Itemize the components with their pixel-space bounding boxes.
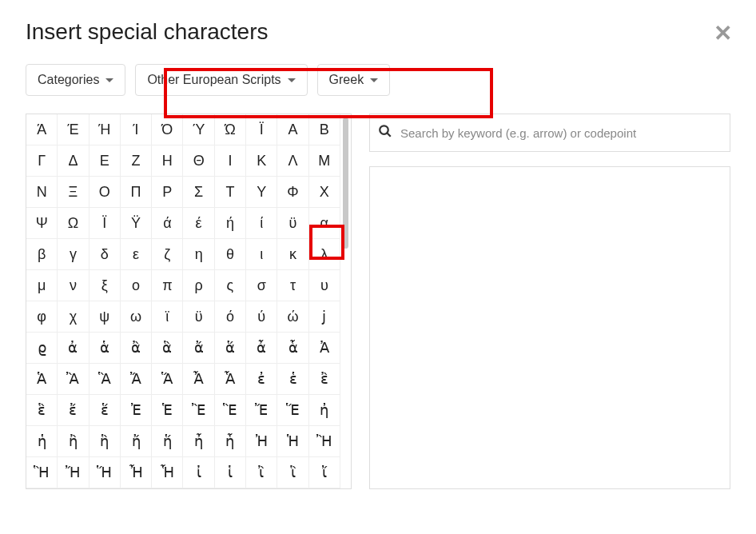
character-cell[interactable]: Γ	[26, 145, 58, 177]
character-cell[interactable]: θ	[215, 239, 246, 270]
character-cell[interactable]: ψ	[90, 301, 121, 333]
character-cell[interactable]: Ἧ	[152, 457, 183, 488]
character-cell[interactable]: ς	[215, 270, 246, 301]
character-cell[interactable]: Ἇ	[215, 364, 246, 395]
character-cell[interactable]: ἠ	[309, 395, 340, 426]
character-cell[interactable]: ἢ	[58, 426, 89, 457]
subset-dropdown[interactable]: Greek	[317, 64, 391, 96]
character-cell[interactable]: ξ	[90, 270, 121, 301]
character-cell[interactable]: ι	[246, 239, 277, 270]
character-cell[interactable]: ω	[121, 301, 152, 333]
character-cell[interactable]: Ἑ	[152, 395, 183, 426]
character-cell[interactable]: Ώ	[215, 114, 246, 145]
character-cell[interactable]: Α	[277, 114, 308, 145]
character-cell[interactable]: ἅ	[215, 333, 246, 364]
character-cell[interactable]: Ἦ	[121, 457, 152, 488]
character-cell[interactable]: ϳ	[309, 301, 340, 333]
character-cell[interactable]: Ἕ	[277, 395, 308, 426]
character-cell[interactable]: Ἁ	[26, 364, 58, 395]
character-cell[interactable]: δ	[90, 239, 121, 270]
character-cell[interactable]: ἂ	[121, 333, 152, 364]
character-cell[interactable]: τ	[277, 270, 308, 301]
character-cell[interactable]: ἥ	[152, 426, 183, 457]
character-cell[interactable]: Ἔ	[246, 395, 277, 426]
character-cell[interactable]: Ἃ	[90, 364, 121, 395]
character-cell[interactable]: Ο	[90, 177, 121, 208]
character-cell[interactable]: ἔ	[58, 395, 89, 426]
character-cell[interactable]: Κ	[246, 145, 277, 177]
character-cell[interactable]: Φ	[277, 177, 308, 208]
character-cell[interactable]: Τ	[215, 177, 246, 208]
character-cell[interactable]: Ί	[121, 114, 152, 145]
character-cell[interactable]: σ	[246, 270, 277, 301]
character-cell[interactable]: ά	[152, 208, 183, 239]
character-cell[interactable]: Ύ	[183, 114, 214, 145]
character-cell[interactable]: Ω	[58, 208, 89, 239]
character-cell[interactable]: ἣ	[90, 426, 121, 457]
character-cell[interactable]: Ψ	[26, 208, 58, 239]
character-cell[interactable]: ή	[215, 208, 246, 239]
character-cell[interactable]: ό	[215, 301, 246, 333]
search-input[interactable]	[400, 126, 722, 140]
character-cell[interactable]: Ε	[90, 145, 121, 177]
close-icon[interactable]: ✕	[714, 22, 732, 45]
character-cell[interactable]: ἓ	[26, 395, 58, 426]
categories-dropdown[interactable]: Categories	[26, 64, 125, 96]
character-cell[interactable]: ϱ	[26, 333, 58, 364]
character-cell[interactable]: Ἂ	[58, 364, 89, 395]
character-cell[interactable]: ἰ	[183, 457, 214, 488]
character-cell[interactable]: Ἒ	[183, 395, 214, 426]
character-cell[interactable]: Π	[121, 177, 152, 208]
character-cell[interactable]: Ν	[26, 177, 58, 208]
character-cell[interactable]: ἳ	[277, 457, 308, 488]
character-cell[interactable]: κ	[277, 239, 308, 270]
character-cell[interactable]: λ	[309, 239, 340, 270]
character-cell[interactable]: ζ	[152, 239, 183, 270]
character-cell[interactable]: ἐ	[246, 364, 277, 395]
character-cell[interactable]: ἒ	[309, 364, 340, 395]
character-cell[interactable]: Η	[152, 145, 183, 177]
character-cell[interactable]: ύ	[246, 301, 277, 333]
character-cell[interactable]: ἡ	[26, 426, 58, 457]
character-cell[interactable]: Ϊ	[90, 208, 121, 239]
character-cell[interactable]: η	[183, 239, 214, 270]
character-cell[interactable]: Ἠ	[246, 426, 277, 457]
character-cell[interactable]: Ό	[152, 114, 183, 145]
character-cell[interactable]: Λ	[277, 145, 308, 177]
character-cell[interactable]: υ	[309, 270, 340, 301]
character-cell[interactable]: ί	[246, 208, 277, 239]
character-cell[interactable]: Ϊ	[246, 114, 277, 145]
character-cell[interactable]: έ	[183, 208, 214, 239]
character-cell[interactable]: Ἣ	[26, 457, 58, 488]
character-cell[interactable]: β	[26, 239, 58, 270]
character-cell[interactable]: Υ	[246, 177, 277, 208]
character-cell[interactable]: ἕ	[90, 395, 121, 426]
character-cell[interactable]: Ἡ	[277, 426, 308, 457]
character-cell[interactable]: ἴ	[309, 457, 340, 488]
character-cell[interactable]: φ	[26, 301, 58, 333]
character-cell[interactable]: Ἐ	[121, 395, 152, 426]
character-cell[interactable]: ϊ	[152, 301, 183, 333]
scrollbar-thumb[interactable]	[343, 118, 348, 249]
character-cell[interactable]: ἱ	[215, 457, 246, 488]
character-cell[interactable]: Ά	[26, 114, 58, 145]
character-cell[interactable]: Ἢ	[309, 426, 340, 457]
character-cell[interactable]: Ἓ	[215, 395, 246, 426]
character-cell[interactable]: ο	[121, 270, 152, 301]
character-cell[interactable]: ώ	[277, 301, 308, 333]
character-cell[interactable]: ἲ	[246, 457, 277, 488]
character-cell[interactable]: ν	[58, 270, 89, 301]
character-cell[interactable]: Ι	[215, 145, 246, 177]
character-cell[interactable]: Ρ	[152, 177, 183, 208]
character-cell[interactable]: Θ	[183, 145, 214, 177]
character-cell[interactable]: Ἆ	[183, 364, 214, 395]
character-cell[interactable]: Ϋ	[121, 208, 152, 239]
character-cell[interactable]: Ἀ	[309, 333, 340, 364]
character-cell[interactable]: Β	[309, 114, 340, 145]
character-cell[interactable]: ἃ	[152, 333, 183, 364]
character-cell[interactable]: ἀ	[58, 333, 89, 364]
character-cell[interactable]: ἇ	[277, 333, 308, 364]
character-cell[interactable]: γ	[58, 239, 89, 270]
character-cell[interactable]: π	[152, 270, 183, 301]
character-cell[interactable]: ρ	[183, 270, 214, 301]
